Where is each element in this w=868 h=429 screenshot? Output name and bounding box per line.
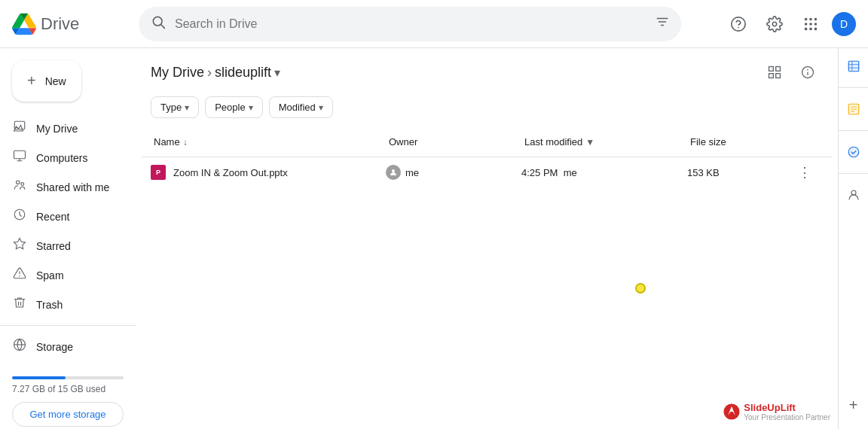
col-size-label: File size [690,136,726,148]
apps-button[interactable] [796,9,826,39]
col-size-header[interactable]: File size [687,130,793,154]
rp-notes-icon[interactable] [842,97,866,121]
storage-icon [12,338,27,355]
table-row[interactable]: P Zoom IN & Zoom Out.pptx me 4:25 PM me … [142,157,832,187]
table-header: Name ↓ Owner Last modified ▼ File size [142,127,832,157]
col-name-header[interactable]: Name ↓ [151,130,386,154]
rp-add-button[interactable]: + [842,393,866,417]
sidebar-item-trash[interactable]: Trash [0,290,130,319]
starred-icon [12,237,27,254]
col-owner-label: Owner [389,136,417,148]
new-plus-icon: + [27,72,36,90]
svg-point-31 [851,190,856,195]
sidebar-item-recent[interactable]: Recent [0,202,130,231]
filter-type-label: Type [160,102,182,113]
sidebar-item-my-drive[interactable]: My Drive [0,114,130,143]
svg-rect-23 [776,74,781,78]
filter-people-label: People [215,102,245,113]
sidebar-item-shared-label: Shared with me [36,181,109,193]
sidebar-item-computers[interactable]: Computers [0,143,130,172]
file-table: Name ↓ Owner Last modified ▼ File size [136,127,838,429]
search-input[interactable] [175,17,646,31]
sidebar-item-shared[interactable]: Shared with me [0,172,130,202]
filter-modified-label: Modified [279,102,316,113]
info-button[interactable] [793,57,823,87]
recent-icon [12,208,27,225]
owner-avatar [386,165,401,180]
svg-point-30 [848,147,859,157]
filter-modified[interactable]: Modified ▾ [269,96,333,118]
rp-sheets-icon[interactable] [842,54,866,78]
svg-point-16 [21,183,24,186]
right-panel: + [838,48,868,429]
filter-type[interactable]: Type ▾ [151,96,199,118]
sidebar-item-starred[interactable]: Starred [0,231,130,260]
settings-button[interactable] [760,9,790,39]
breadcrumb-current[interactable]: slideuplift ▾ [215,65,280,81]
col-owner-header[interactable]: Owner [386,130,521,154]
svg-point-12 [815,27,818,30]
help-button[interactable] [723,9,753,39]
pptx-file-icon: P [151,165,166,180]
svg-point-10 [805,27,808,30]
file-size: 153 KB [687,167,720,178]
rp-tasks-icon[interactable] [842,140,866,164]
sidebar-item-storage[interactable]: Storage [0,332,130,361]
app-title: Drive [41,14,79,34]
search-bar[interactable] [139,7,681,41]
sidebar-item-starred-label: Starred [36,240,71,252]
breadcrumb-parent[interactable]: My Drive [151,65,204,81]
col-modified-header[interactable]: Last modified ▼ [521,130,687,154]
file-name: Zoom IN & Zoom Out.pptx [173,167,288,178]
filter-bar: Type ▾ People ▾ Modified ▾ [136,87,838,127]
file-modified-cell: 4:25 PM me [521,167,687,178]
watermark-text: SlideUpLift Your Presentation Partner [723,401,830,421]
file-actions-cell: ⋮ [793,160,823,184]
col-name-sort-icon: ↓ [183,137,188,148]
sidebar-divider [0,325,136,326]
storage-text: 7.27 GB of 15 GB used [12,384,124,394]
spam-icon [12,266,27,284]
watermark-brand: SlideUpLift [744,402,796,413]
file-name-cell: P Zoom IN & Zoom Out.pptx [151,165,386,180]
user-avatar[interactable]: D [832,12,856,36]
sidebar-item-spam[interactable]: Spam [0,260,130,290]
breadcrumb-dropdown-icon: ▾ [274,65,280,80]
get-storage-button[interactable]: Get more storage [12,402,124,427]
file-size-cell: 153 KB [687,167,793,178]
storage-bar-bg [12,376,124,379]
svg-point-15 [17,181,20,184]
svg-point-7 [805,23,808,26]
search-icon [151,14,166,33]
file-owner-cell: me [386,165,521,180]
filter-type-arrow-icon: ▾ [185,102,189,113]
rp-divider-1 [839,87,868,88]
svg-rect-22 [769,74,774,78]
svg-line-1 [161,25,165,29]
watermark-tagline: Your Presentation Partner [744,413,830,421]
svg-point-27 [392,169,395,172]
new-button[interactable]: + New [12,60,81,102]
sidebar-item-recent-label: Recent [36,211,69,223]
svg-rect-21 [776,67,781,72]
svg-point-8 [809,23,812,26]
svg-point-4 [805,17,808,20]
sidebar-item-computers-label: Computers [36,152,87,164]
storage-section: 7.27 GB of 15 GB used Get more storage [0,361,136,429]
breadcrumb: My Drive › slideuplift ▾ [136,48,838,87]
grid-view-button[interactable] [760,57,790,87]
svg-rect-13 [14,121,25,129]
svg-point-5 [809,17,812,20]
breadcrumb-current-label: slideuplift [215,65,271,81]
topbar-right: D [723,9,856,39]
svg-rect-20 [769,67,774,72]
svg-point-19 [19,275,20,277]
search-tune-icon[interactable] [656,15,669,32]
logo-area: Drive [12,12,133,36]
file-modified: 4:25 PM me [521,167,577,178]
file-more-button[interactable]: ⋮ [793,160,817,184]
col-name-label: Name [154,136,180,148]
filter-people[interactable]: People ▾ [205,96,262,118]
col-modified-label: Last modified [524,136,582,148]
rp-contacts-icon[interactable] [842,183,866,207]
